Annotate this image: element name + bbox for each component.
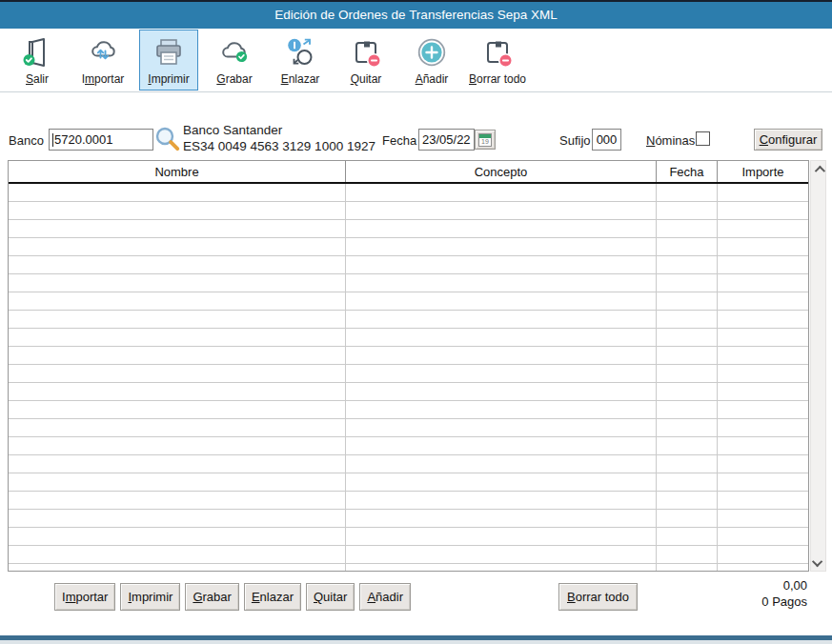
table-row[interactable] bbox=[9, 256, 808, 274]
fecha-input[interactable]: 23/05/22 bbox=[418, 129, 475, 151]
table-cell[interactable] bbox=[346, 437, 657, 454]
vertical-scrollbar[interactable] bbox=[810, 160, 826, 572]
table-cell[interactable] bbox=[346, 528, 657, 545]
table-cell[interactable] bbox=[718, 238, 808, 255]
table-row[interactable] bbox=[9, 202, 808, 220]
table-cell[interactable] bbox=[346, 401, 657, 418]
table-cell[interactable] bbox=[718, 365, 808, 382]
table-cell[interactable] bbox=[346, 274, 657, 292]
enlazar-button[interactable]: Enlazar bbox=[244, 583, 301, 611]
table-row[interactable] bbox=[9, 528, 808, 546]
table-row[interactable] bbox=[9, 564, 808, 571]
table-cell[interactable] bbox=[718, 473, 808, 491]
table-cell[interactable] bbox=[718, 564, 808, 571]
table-cell[interactable] bbox=[346, 329, 657, 346]
table-cell[interactable] bbox=[718, 546, 808, 563]
toolbar-item-borrar-todo[interactable]: Borrar todo bbox=[468, 30, 527, 91]
table-row[interactable] bbox=[9, 455, 808, 473]
toolbar-item-quitar[interactable]: Quitar bbox=[336, 30, 396, 91]
table-row[interactable] bbox=[9, 546, 808, 564]
table-row[interactable] bbox=[9, 347, 808, 365]
table-cell[interactable] bbox=[346, 184, 657, 201]
table-row[interactable] bbox=[9, 274, 808, 292]
table-cell[interactable] bbox=[9, 564, 346, 571]
table-cell[interactable] bbox=[718, 256, 808, 273]
table-cell[interactable] bbox=[346, 220, 657, 237]
table-row[interactable] bbox=[9, 419, 808, 437]
table-cell[interactable] bbox=[657, 473, 718, 491]
table-cell[interactable] bbox=[9, 256, 346, 273]
table-row[interactable] bbox=[9, 184, 808, 202]
table-cell[interactable] bbox=[657, 401, 718, 418]
table-cell[interactable] bbox=[718, 510, 808, 527]
table-cell[interactable] bbox=[346, 510, 657, 527]
banco-input[interactable]: 5720.0001 bbox=[49, 129, 153, 151]
table-cell[interactable] bbox=[9, 292, 346, 310]
table-cell[interactable] bbox=[657, 455, 718, 473]
table-cell[interactable] bbox=[718, 437, 808, 454]
table-cell[interactable] bbox=[9, 202, 346, 219]
configurar-button[interactable]: Configurar bbox=[754, 129, 822, 151]
grabar-button[interactable]: Grabar bbox=[185, 583, 238, 611]
table-cell[interactable] bbox=[657, 510, 718, 527]
table-cell[interactable] bbox=[9, 401, 346, 418]
scroll-up-button[interactable] bbox=[811, 161, 825, 177]
table-cell[interactable] bbox=[9, 220, 346, 237]
scroll-down-button[interactable] bbox=[811, 554, 825, 571]
table-cell[interactable] bbox=[346, 383, 657, 400]
importar-button[interactable]: Importar bbox=[54, 583, 115, 611]
table-cell[interactable] bbox=[9, 365, 346, 382]
column-header-nombre[interactable]: Nombre bbox=[9, 161, 346, 182]
table-cell[interactable] bbox=[657, 329, 718, 346]
table-cell[interactable] bbox=[346, 492, 657, 509]
table-cell[interactable] bbox=[657, 564, 718, 571]
table-row[interactable] bbox=[9, 292, 808, 311]
table-cell[interactable] bbox=[346, 419, 657, 436]
table-cell[interactable] bbox=[9, 419, 346, 436]
table-cell[interactable] bbox=[657, 238, 718, 255]
search-icon[interactable] bbox=[154, 126, 181, 156]
table-cell[interactable] bbox=[9, 546, 346, 563]
table-cell[interactable] bbox=[9, 274, 346, 292]
table-cell[interactable] bbox=[657, 311, 718, 328]
table-row[interactable] bbox=[9, 510, 808, 528]
quitar-button[interactable]: Quitar bbox=[306, 583, 355, 611]
table-cell[interactable] bbox=[9, 510, 346, 527]
table-cell[interactable] bbox=[9, 437, 346, 454]
table-cell[interactable] bbox=[346, 202, 657, 219]
table-row[interactable] bbox=[9, 492, 808, 510]
column-header-concepto[interactable]: Concepto bbox=[346, 161, 657, 182]
table-cell[interactable] bbox=[346, 546, 657, 563]
table-cell[interactable] bbox=[9, 492, 346, 509]
anadir-button[interactable]: Añadir bbox=[359, 583, 411, 611]
toolbar-item-grabar[interactable]: Grabar bbox=[205, 30, 264, 91]
table-cell[interactable] bbox=[657, 528, 718, 545]
table-row[interactable] bbox=[9, 329, 808, 347]
table-cell[interactable] bbox=[9, 473, 346, 491]
table-cell[interactable] bbox=[657, 383, 718, 400]
table-cell[interactable] bbox=[657, 184, 718, 201]
table-cell[interactable] bbox=[718, 401, 808, 418]
table-cell[interactable] bbox=[657, 546, 718, 563]
table-cell[interactable] bbox=[657, 492, 718, 509]
toolbar-item-salir[interactable]: Salir bbox=[8, 30, 67, 91]
table-row[interactable] bbox=[9, 238, 808, 256]
toolbar-item-importar[interactable]: Importar bbox=[73, 30, 132, 91]
table-cell[interactable] bbox=[346, 347, 657, 364]
table-cell[interactable] bbox=[346, 473, 657, 491]
table-cell[interactable] bbox=[346, 311, 657, 328]
table-cell[interactable] bbox=[718, 292, 808, 310]
table-cell[interactable] bbox=[346, 564, 657, 571]
table-cell[interactable] bbox=[9, 311, 346, 328]
borrar-todo-button[interactable]: Borrar todo bbox=[558, 583, 638, 611]
toolbar-item-anadir[interactable]: Añadir bbox=[402, 30, 461, 91]
table-cell[interactable] bbox=[718, 492, 808, 509]
table-cell[interactable] bbox=[657, 256, 718, 273]
table-cell[interactable] bbox=[718, 329, 808, 346]
table-cell[interactable] bbox=[657, 202, 718, 219]
table-cell[interactable] bbox=[718, 383, 808, 400]
table-row[interactable] bbox=[9, 473, 808, 492]
table-cell[interactable] bbox=[9, 347, 346, 364]
toolbar-item-imprimir[interactable]: Imprimir bbox=[139, 30, 198, 91]
table-cell[interactable] bbox=[9, 383, 346, 400]
